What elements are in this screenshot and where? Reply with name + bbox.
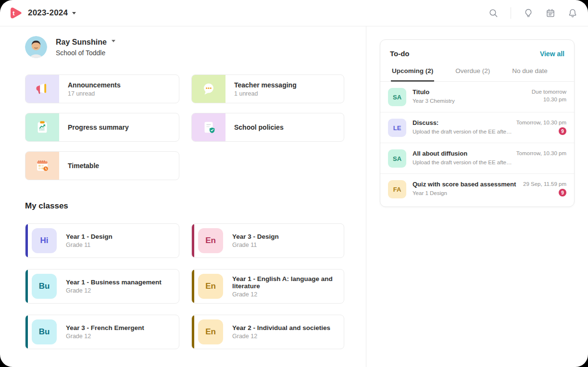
progress-clipboard-icon	[25, 113, 59, 141]
chevron-down-icon	[72, 12, 76, 14]
profile-text: Ray Sunshine School of Toddle	[56, 38, 115, 57]
quick-link-text: Teacher messaging 1 unread	[225, 75, 297, 103]
todo-item-text: Titulo Year 3 Chemistry	[413, 88, 528, 106]
academic-year-selector[interactable]: 2023-2024	[28, 8, 76, 18]
class-card-year1-design[interactable]: Hi Year 1 - Design Grade 11	[25, 223, 179, 258]
right-pane: To-do View all Upcoming (2) Overdue (2) …	[366, 26, 588, 367]
quick-link-text: Announcements 17 unread	[59, 75, 121, 103]
todo-item-due: Due tomorrow 10.30 pm	[532, 88, 566, 106]
tab-overdue[interactable]: Overdue (2)	[454, 65, 491, 81]
top-bar: t 2023-2024	[0, 0, 588, 26]
search-icon[interactable]	[488, 8, 498, 18]
class-code-badge: En	[198, 274, 223, 299]
tab-upcoming[interactable]: Upcoming (2)	[391, 65, 434, 82]
class-accent-bar	[192, 224, 194, 257]
todo-item-title: Quiz with score based assessment	[413, 181, 519, 188]
class-card-year3-design[interactable]: En Year 3 - Design Grade 11	[191, 223, 344, 258]
todo-due-line1: Tomorrow, 10.30 pm	[516, 150, 566, 156]
class-title: Year 2 - Individual and societies	[232, 324, 330, 331]
quick-link-title: Progress summary	[68, 123, 129, 131]
class-card-year2-individuals[interactable]: En Year 2 - Individual and societies Gra…	[191, 315, 344, 349]
class-text: Year 1 - Business management Grade 12	[57, 279, 162, 294]
class-accent-bar	[192, 315, 194, 349]
lightbulb-icon[interactable]	[524, 8, 533, 18]
class-text: Year 2 - Individual and societies Grade …	[223, 324, 330, 340]
todo-title: To-do	[390, 49, 410, 58]
chevron-down-icon	[112, 40, 115, 42]
class-accent-bar	[192, 269, 194, 303]
todo-item-badge: SA	[388, 88, 406, 106]
quick-link-title: School policies	[234, 123, 284, 131]
view-all-link[interactable]: View all	[540, 50, 564, 58]
todo-item-due: Tomorrow, 10.30 pm	[516, 149, 566, 168]
main-area: Ray Sunshine School of Toddle	[0, 26, 588, 367]
todo-item-due: Tomorrow, 10.30 pm 9	[516, 119, 566, 137]
quick-link-title: Announcements	[68, 81, 121, 89]
class-grid: Hi Year 1 - Design Grade 11 En Year 3 - …	[25, 223, 345, 349]
class-accent-bar	[25, 224, 28, 257]
svg-text:t: t	[13, 10, 15, 17]
quick-link-text: Timetable	[59, 152, 99, 180]
todo-item[interactable]: SA All about diffusion Upload the draft …	[380, 143, 574, 174]
class-title: Year 1 - English A: language and literat…	[232, 275, 344, 290]
todo-item[interactable]: SA Titulo Year 3 Chemistry Due tomorrow …	[380, 82, 574, 112]
toddle-logo-icon[interactable]: t	[8, 5, 23, 21]
class-title: Year 3 - Design	[232, 233, 279, 240]
todo-item[interactable]: LE Discuss: Upload the draft version of …	[380, 112, 574, 143]
todo-item[interactable]: FA Quiz with score based assessment Year…	[380, 174, 574, 207]
dashboard-content: Ray Sunshine School of Toddle	[0, 26, 366, 367]
quick-link-timetable[interactable]: Timetable	[25, 151, 179, 180]
bell-icon[interactable]	[568, 8, 577, 18]
todo-item-title: Titulo	[413, 88, 528, 96]
todo-item-text: Discuss: Upload the draft version of the…	[413, 119, 513, 137]
todo-item-subtitle: Upload the draft version of the EE after…	[413, 129, 513, 135]
quick-link-title: Teacher messaging	[234, 81, 297, 89]
class-grade: Grade 11	[66, 242, 113, 248]
profile-header: Ray Sunshine School of Toddle	[25, 36, 345, 58]
todo-item-text: All about diffusion Upload the draft ver…	[413, 149, 513, 168]
calendar-icon[interactable]	[546, 8, 555, 18]
class-grade: Grade 11	[232, 242, 279, 248]
profile-name-row[interactable]: Ray Sunshine	[56, 38, 115, 47]
todo-due-line1: Due tomorrow	[532, 89, 566, 95]
todo-item-due: 29 Sep, 11.59 pm 9	[523, 180, 566, 198]
my-classes-heading: My classes	[25, 201, 345, 211]
class-grade: Grade 12	[232, 291, 344, 298]
todo-item-subtitle: Year 3 Chemistry	[413, 98, 528, 104]
policy-document-icon	[192, 113, 225, 141]
megaphone-icon	[25, 75, 59, 103]
timetable-calendar-icon	[25, 152, 59, 180]
quick-links-grid: Announcements 17 unread	[25, 74, 345, 180]
class-card-year3-french[interactable]: Bu Year 3 - French Emergent Grade 12	[25, 315, 179, 349]
app-window: t 2023-2024	[0, 0, 588, 367]
todo-item-badge: LE	[388, 119, 406, 137]
chat-bubble-icon	[192, 75, 225, 103]
notification-count-badge: 9	[559, 189, 566, 196]
quick-link-school-policies[interactable]: School policies	[191, 113, 344, 142]
class-card-year1-business[interactable]: Bu Year 1 - Business management Grade 12	[25, 269, 179, 304]
quick-link-text: School policies	[225, 113, 284, 141]
profile-school: School of Toddle	[56, 49, 115, 57]
quick-link-progress-summary[interactable]: Progress summary	[25, 113, 179, 142]
todo-item-badge: SA	[388, 149, 406, 168]
profile-name: Ray Sunshine	[56, 38, 107, 47]
tab-no-due-date[interactable]: No due date	[511, 65, 549, 81]
quick-link-announcements[interactable]: Announcements 17 unread	[25, 74, 179, 103]
class-title: Year 1 - Business management	[66, 279, 162, 286]
quick-link-teacher-messaging[interactable]: Teacher messaging 1 unread	[191, 74, 344, 103]
todo-item-title: Discuss:	[413, 119, 513, 126]
top-bar-left: t 2023-2024	[8, 5, 76, 21]
class-card-year1-english[interactable]: En Year 1 - English A: language and lite…	[191, 269, 344, 304]
avatar[interactable]	[25, 36, 47, 58]
class-code-badge: En	[198, 228, 223, 253]
class-title: Year 1 - Design	[66, 233, 113, 240]
quick-link-subtitle: 17 unread	[68, 90, 121, 97]
todo-item-main: Discuss: Upload the draft version of the…	[413, 119, 566, 137]
top-bar-divider	[511, 7, 511, 19]
class-code-badge: Bu	[32, 319, 57, 344]
class-text: Year 1 - Design Grade 11	[57, 233, 113, 248]
class-accent-bar	[25, 315, 28, 349]
todo-item-main: Quiz with score based assessment Year 1 …	[413, 180, 566, 198]
todo-item-subtitle: Year 1 Design	[413, 190, 519, 196]
todo-panel: To-do View all Upcoming (2) Overdue (2) …	[380, 39, 575, 207]
